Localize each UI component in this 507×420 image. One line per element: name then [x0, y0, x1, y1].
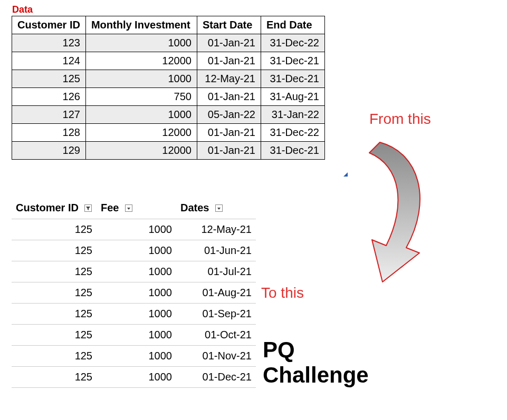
cell[interactable]: 01-Jan-21 — [197, 34, 261, 52]
cell[interactable]: 126 — [12, 88, 86, 106]
cell[interactable]: 125 — [12, 261, 97, 282]
table-row[interactable]: 125100001-Jul-21 — [12, 261, 256, 282]
cell[interactable]: 12-May-21 — [197, 70, 261, 88]
cell[interactable]: 125 — [12, 367, 97, 388]
cell[interactable]: 1000 — [85, 34, 197, 52]
cell[interactable]: 01-Sep-21 — [176, 304, 256, 325]
col-header-monthly-investment[interactable]: Monthly Investment — [85, 16, 197, 34]
cell[interactable]: 12000 — [85, 124, 197, 142]
col-header-customer-id[interactable]: Customer ID — [12, 198, 97, 219]
cell[interactable]: 12000 — [85, 52, 197, 70]
cell[interactable]: 125 — [12, 304, 97, 325]
table-row[interactable]: 125100012-May-21 — [12, 219, 256, 240]
cell[interactable]: 1000 — [97, 346, 176, 367]
cell[interactable]: 31-Dec-22 — [261, 34, 324, 52]
cell[interactable]: 1000 — [97, 261, 176, 282]
cell[interactable]: 750 — [85, 88, 197, 106]
header-label: Customer ID — [16, 202, 79, 213]
title-line2: Challenge — [263, 363, 369, 387]
cell[interactable]: 05-Jan-22 — [197, 106, 261, 124]
cell[interactable]: 31-Jan-22 — [261, 106, 324, 124]
table-row[interactable]: 127100005-Jan-2231-Jan-22 — [12, 106, 325, 124]
cell[interactable]: 125 — [12, 70, 86, 88]
header-label: Fee — [101, 202, 119, 213]
result-table: Customer ID Fee Dates 125100012-May-2112… — [12, 198, 256, 388]
header-label: Dates — [180, 202, 209, 213]
cell[interactable]: 125 — [12, 346, 97, 367]
cell[interactable]: 12-May-21 — [176, 219, 256, 240]
cell[interactable]: 125 — [12, 219, 97, 240]
cell[interactable]: 01-Jul-21 — [176, 261, 256, 282]
title-line1: PQ — [263, 337, 295, 362]
cell[interactable]: 1000 — [97, 240, 176, 261]
curved-arrow-icon — [322, 137, 454, 290]
cell[interactable]: 01-Jun-21 — [176, 240, 256, 261]
cell[interactable]: 31-Dec-21 — [261, 52, 324, 70]
table-resize-handle-icon[interactable] — [343, 172, 348, 177]
result-table-header-row: Customer ID Fee Dates — [12, 198, 256, 219]
cell[interactable]: 01-Dec-21 — [176, 367, 256, 388]
table-row[interactable]: 125100001-Nov-21 — [12, 346, 256, 367]
table-row[interactable]: 125100001-Aug-21 — [12, 282, 256, 304]
cell[interactable]: 01-Jan-21 — [197, 88, 261, 106]
col-header-start-date[interactable]: Start Date — [197, 16, 261, 34]
cell[interactable]: 125 — [12, 325, 97, 346]
table-row[interactable]: 125100001-Dec-21 — [12, 367, 256, 388]
annotation-from: From this — [369, 111, 431, 128]
cell[interactable]: 1000 — [97, 325, 176, 346]
cell[interactable]: 31-Dec-21 — [261, 70, 324, 88]
table-row[interactable]: 125100012-May-2131-Dec-21 — [12, 70, 325, 88]
cell[interactable]: 31-Dec-21 — [261, 142, 324, 160]
table-row[interactable]: 123100001-Jan-2131-Dec-22 — [12, 34, 325, 52]
cell[interactable]: 01-Jan-21 — [197, 124, 261, 142]
source-table-header-row: Customer ID Monthly Investment Start Dat… — [12, 16, 325, 34]
cell[interactable]: 1000 — [97, 304, 176, 325]
col-header-fee[interactable]: Fee — [97, 198, 176, 219]
cell[interactable]: 129 — [12, 142, 86, 160]
cell[interactable]: 1000 — [97, 367, 176, 388]
annotation-to: To this — [261, 285, 304, 301]
table-row[interactable]: 125100001-Oct-21 — [12, 325, 256, 346]
cell[interactable]: 1000 — [97, 219, 176, 240]
cell[interactable]: 123 — [12, 34, 86, 52]
cell[interactable]: 1000 — [97, 282, 176, 304]
col-header-dates[interactable]: Dates — [176, 198, 256, 219]
table-row[interactable]: 1281200001-Jan-2131-Dec-22 — [12, 124, 325, 142]
challenge-title: PQ Challenge — [263, 337, 369, 388]
cell[interactable]: 1000 — [85, 70, 197, 88]
table-row[interactable]: 125100001-Jun-21 — [12, 240, 256, 261]
table-row[interactable]: 1291200001-Jan-2131-Dec-21 — [12, 142, 325, 160]
table-row[interactable]: 125100001-Sep-21 — [12, 304, 256, 325]
cell[interactable]: 125 — [12, 282, 97, 304]
dropdown-icon[interactable] — [215, 202, 223, 214]
source-data-label: Data — [12, 4, 33, 15]
cell[interactable]: 128 — [12, 124, 86, 142]
dropdown-icon[interactable] — [125, 202, 132, 214]
cell[interactable]: 12000 — [85, 142, 197, 160]
table-row[interactable]: 12675001-Jan-2131-Aug-21 — [12, 88, 325, 106]
cell[interactable]: 01-Aug-21 — [176, 282, 256, 304]
source-table: Customer ID Monthly Investment Start Dat… — [12, 16, 325, 160]
cell[interactable]: 01-Jan-21 — [197, 52, 261, 70]
filter-active-icon[interactable] — [84, 202, 92, 214]
cell[interactable]: 01-Jan-21 — [197, 142, 261, 160]
cell[interactable]: 01-Oct-21 — [176, 325, 256, 346]
cell[interactable]: 1000 — [85, 106, 197, 124]
cell[interactable]: 124 — [12, 52, 86, 70]
cell[interactable]: 01-Nov-21 — [176, 346, 256, 367]
cell[interactable]: 31-Dec-22 — [261, 124, 324, 142]
col-header-end-date[interactable]: End Date — [261, 16, 324, 34]
cell[interactable]: 31-Aug-21 — [261, 88, 324, 106]
cell[interactable]: 125 — [12, 240, 97, 261]
cell[interactable]: 127 — [12, 106, 86, 124]
col-header-customer-id[interactable]: Customer ID — [12, 16, 86, 34]
table-row[interactable]: 1241200001-Jan-2131-Dec-21 — [12, 52, 325, 70]
